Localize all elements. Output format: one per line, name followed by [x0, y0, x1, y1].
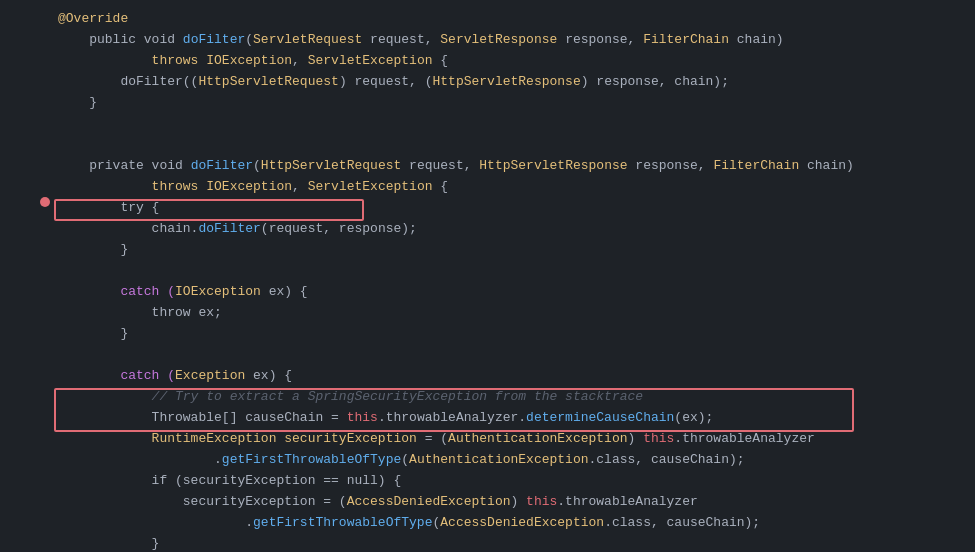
code-line: chain.doFilter(request, response);: [0, 218, 975, 239]
token: .class, causeChain);: [604, 515, 760, 530]
code-line: }: [0, 92, 975, 113]
token: catch (: [58, 368, 175, 383]
token: AccessDeniedException: [440, 515, 604, 530]
token: FilterChain: [713, 158, 799, 173]
token: ServletException: [308, 179, 433, 194]
token: try {: [58, 200, 159, 215]
token: ex) {: [261, 284, 308, 299]
token: public void: [58, 32, 183, 47]
token: HttpServletRequest: [261, 158, 401, 173]
token: chain): [729, 32, 784, 47]
token: HttpServletResponse: [433, 74, 581, 89]
breakpoint-area[interactable]: [36, 197, 54, 207]
token: = (: [417, 431, 448, 446]
token: doFilter: [198, 221, 260, 236]
token: }: [58, 326, 128, 341]
token: ,: [292, 179, 308, 194]
token: response,: [557, 32, 643, 47]
code-text: doFilter((HttpServletRequest) request, (…: [54, 71, 975, 92]
code-line: [0, 260, 975, 281]
code-line: catch (Exception ex) {: [0, 365, 975, 386]
code-line: [0, 344, 975, 365]
token: doFilter: [191, 158, 253, 173]
token: doFilter((: [58, 74, 198, 89]
code-text: throw ex;: [54, 302, 975, 323]
code-text: chain.doFilter(request, response);: [54, 218, 975, 239]
token: ): [628, 431, 644, 446]
code-text: @Override: [54, 8, 975, 29]
token: Throwable[] causeChain =: [58, 410, 347, 425]
token: ) request, (: [339, 74, 433, 89]
token: ) response, chain);: [581, 74, 729, 89]
token: Exception: [175, 368, 245, 383]
token: IOException: [206, 179, 292, 194]
code-line: private void doFilter(HttpServletRequest…: [0, 155, 975, 176]
code-text: catch (IOException ex) {: [54, 281, 975, 302]
code-text: RuntimeException securityException = (Au…: [54, 428, 975, 449]
token: securityException: [284, 431, 417, 446]
token: response,: [628, 158, 714, 173]
code-line: doFilter((HttpServletRequest) request, (…: [0, 71, 975, 92]
token: ServletException: [308, 53, 433, 68]
token: .throwableAnalyzer.: [378, 410, 526, 425]
code-line: }: [0, 533, 975, 552]
token: AccessDeniedException: [347, 494, 511, 509]
token: doFilter: [183, 32, 245, 47]
code-text: throws IOException, ServletException {: [54, 176, 975, 197]
token: getFirstThrowableOfType: [222, 452, 401, 467]
token: private void: [58, 158, 191, 173]
token: }: [58, 536, 159, 551]
token: (: [253, 158, 261, 173]
token: ServletResponse: [440, 32, 557, 47]
code-text: if (securityException == null) {: [54, 470, 975, 491]
code-text: // Try to extract a SpringSecurityExcept…: [54, 386, 975, 407]
token: }: [58, 242, 128, 257]
code-text: }: [54, 533, 975, 552]
code-line: public void doFilter(ServletRequest requ…: [0, 29, 975, 50]
token: FilterChain: [643, 32, 729, 47]
token: throws: [58, 179, 206, 194]
token: @Override: [58, 11, 128, 26]
code-line: [0, 134, 975, 155]
token: chain): [799, 158, 854, 173]
code-line: // Try to extract a SpringSecurityExcept…: [0, 386, 975, 407]
token: catch (: [58, 284, 175, 299]
token: throw ex;: [58, 305, 222, 320]
code-text: securityException = (AccessDeniedExcepti…: [54, 491, 975, 512]
code-line: RuntimeException securityException = (Au…: [0, 428, 975, 449]
breakpoint-dot: [40, 197, 50, 207]
token: .throwableAnalyzer: [557, 494, 697, 509]
code-text: throws IOException, ServletException {: [54, 50, 975, 71]
token: HttpServletRequest: [198, 74, 338, 89]
code-lines: @Override public void doFilter(ServletRe…: [0, 8, 975, 552]
code-line: .getFirstThrowableOfType(AccessDeniedExc…: [0, 512, 975, 533]
code-line: .getFirstThrowableOfType(AuthenticationE…: [0, 449, 975, 470]
code-text: Throwable[] causeChain = this.throwableA…: [54, 407, 975, 428]
code-text: .getFirstThrowableOfType(AccessDeniedExc…: [54, 512, 975, 533]
code-line: [0, 113, 975, 134]
token: AuthenticationException: [448, 431, 627, 446]
token: ): [510, 494, 526, 509]
code-line: @Override: [0, 8, 975, 29]
token: {: [433, 179, 449, 194]
token: (ex);: [674, 410, 713, 425]
token: ex) {: [245, 368, 292, 383]
token: }: [58, 95, 97, 110]
code-text: .getFirstThrowableOfType(AuthenticationE…: [54, 449, 975, 470]
token: determineCauseChain: [526, 410, 674, 425]
token: this: [643, 431, 674, 446]
token: IOException: [206, 53, 292, 68]
token: AuthenticationException: [409, 452, 588, 467]
token: request,: [401, 158, 479, 173]
code-text: public void doFilter(ServletRequest requ…: [54, 29, 975, 50]
code-line: }: [0, 239, 975, 260]
code-line: try {: [0, 197, 975, 218]
code-text: }: [54, 92, 975, 113]
token: this: [347, 410, 378, 425]
token: chain.: [58, 221, 198, 236]
code-text: private void doFilter(HttpServletRequest…: [54, 155, 975, 176]
token: this: [526, 494, 557, 509]
token: .throwableAnalyzer: [674, 431, 814, 446]
code-line: securityException = (AccessDeniedExcepti…: [0, 491, 975, 512]
code-editor: @Override public void doFilter(ServletRe…: [0, 0, 975, 552]
